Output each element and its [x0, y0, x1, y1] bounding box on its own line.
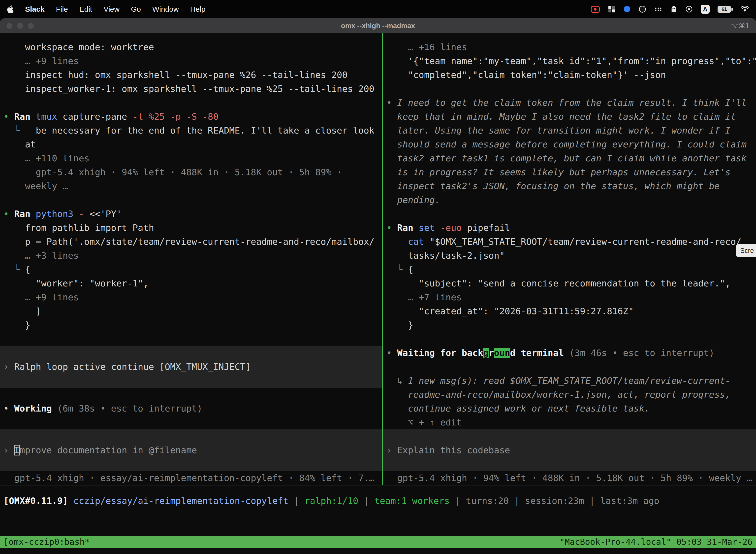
menu-help[interactable]: Help — [190, 5, 206, 13]
terminal-line: • Working (6m 38s • esc to interrupt) — [0, 402, 382, 416]
terminal-line — [0, 429, 382, 443]
terminal-line: … +110 lines — [0, 151, 382, 165]
menu-view[interactable]: View — [104, 5, 119, 13]
terminal-line: • Ran set -euo pipefail — [383, 221, 756, 235]
terminal-line: should send a message before completing … — [383, 137, 756, 151]
window-title-bar: omx --xhigh --madmax ⌥⌘1 — [0, 18, 756, 33]
minimize-button[interactable] — [17, 23, 23, 29]
terminal-line: › Ralph loop active continue [OMX_TMUX_I… — [0, 360, 382, 374]
terminal-line: weekly … — [0, 179, 382, 193]
close-button[interactable] — [6, 23, 12, 29]
window-shortcut-badge: ⌥⌘1 — [731, 22, 750, 30]
terminal-line: ↳ 1 new msg(s): read $OMX_TEAM_STATE_ROO… — [383, 374, 756, 388]
terminal-line: "created_at": "2026-03-31T11:59:27.816Z" — [383, 304, 756, 318]
status-line: [OMX#0.11.9] cczip/essay/ai-reimplementa… — [0, 494, 756, 508]
tooltip-text: Scre — [740, 247, 754, 255]
active-app-name[interactable]: Slack — [25, 5, 44, 13]
composer-input[interactable]: › Explain this codebase — [383, 429, 756, 471]
terminal-line: inspect_hud: omx sparkshell --tmux-pane … — [0, 68, 382, 82]
menu-window[interactable]: Window — [152, 5, 179, 13]
terminal-line: workspace_mode: worktree — [0, 40, 382, 54]
terminal-line — [0, 193, 382, 207]
terminal-line: "completed","claim_token":"claim-token"}… — [383, 68, 756, 82]
composer-input[interactable]: › Ralph loop active continue [OMX_TMUX_I… — [0, 346, 382, 388]
terminal-line — [383, 207, 756, 221]
terminal-pane-left[interactable]: workspace_mode: worktree … +9 lines insp… — [0, 33, 382, 485]
terminal-line: inspect task2's JSON, focusing on the st… — [383, 179, 756, 193]
terminal-line: keep that in mind. Maybe I also need the… — [383, 110, 756, 124]
ghost-app-icon[interactable] — [671, 5, 677, 13]
terminal-line: … +3 lines — [0, 249, 382, 263]
battery-percent: 61 — [721, 6, 727, 12]
apple-menu-icon[interactable] — [7, 5, 14, 13]
terminal-line: continue assigned work or next feasible … — [383, 402, 756, 416]
terminal-line: └ { — [383, 263, 756, 277]
terminal-line — [0, 388, 382, 402]
terminal-line: gpt-5.4 xhigh · 94% left · 488K in · 5.1… — [0, 165, 382, 179]
terminal-line: pending. — [383, 193, 756, 207]
terminal-line — [383, 332, 756, 346]
battery-icon[interactable]: 61 — [717, 6, 733, 13]
terminal-line: ⌥ + ↑ edit — [383, 416, 756, 429]
terminal-line: } — [383, 318, 756, 332]
terminal-line — [0, 416, 382, 429]
wifi-icon[interactable] — [741, 6, 749, 13]
terminal-line — [0, 457, 382, 471]
menu-edit[interactable]: Edit — [79, 5, 92, 13]
terminal-line — [383, 429, 756, 443]
menu-bar: Slack File Edit View Go Window Help — [0, 0, 756, 18]
terminal-line — [0, 374, 382, 388]
traffic-lights — [6, 23, 34, 29]
terminal-window: workspace_mode: worktree … +9 lines insp… — [0, 33, 756, 485]
terminal-line — [383, 360, 756, 374]
menu-go[interactable]: Go — [131, 5, 141, 13]
terminal-line: gpt-5.4 xhigh · essay/ai-reimplementatio… — [0, 471, 382, 485]
terminal-line: › Improve documentation in @filename — [0, 443, 382, 457]
terminal-pane-right[interactable]: … +16 lines '{"team_name":"my-team","tas… — [383, 33, 756, 485]
terminal-line: at — [0, 137, 382, 151]
terminal-line: └ be necessary for the end of the README… — [0, 124, 382, 137]
dots-grid-icon[interactable] — [654, 6, 663, 12]
input-source-icon[interactable]: A — [701, 5, 710, 14]
terminal-line: "subject": "send a concise recommendatio… — [383, 277, 756, 290]
screen: Slack File Edit View Go Window Help — [0, 0, 756, 554]
menu-file[interactable]: File — [56, 5, 68, 13]
terminal-line — [0, 346, 382, 360]
screen-sharing-tooltip: Scre — [736, 244, 756, 257]
terminal-line: from pathlib import Path — [0, 221, 382, 235]
zoom-button[interactable] — [28, 23, 34, 29]
terminal-line: … +9 lines — [0, 290, 382, 304]
tmux-host-time-label: "MacBook-Pro-44.local" 05:03 31-Mar-26 — [560, 536, 753, 548]
screen-recording-icon[interactable] — [590, 6, 600, 13]
omx-status-line: [OMX#0.11.9] cczip/essay/ai-reimplementa… — [0, 485, 756, 512]
terminal-line: • Ran python3 - <<'PY' — [0, 207, 382, 221]
terminal-line: • I need to get the claim token from the… — [383, 96, 756, 110]
terminal-line: gpt-5.4 xhigh · 94% left · 488K in · 5.1… — [383, 471, 756, 485]
terminal-line: • Waiting for background terminal (3m 46… — [383, 346, 756, 360]
terminal-line: p = Path('.omx/state/team/review-current… — [0, 235, 382, 249]
menu-bar-status-icons: A 61 — [590, 5, 749, 14]
terminal-line — [383, 82, 756, 96]
terminal-line: • Ran tmux capture-pane -t %25 -p -S -80 — [0, 110, 382, 124]
terminal-line: … +9 lines — [0, 54, 382, 68]
terminal-line: … +7 lines — [383, 290, 756, 304]
terminal-line: tasks/task-2.json" — [383, 249, 756, 263]
terminal-line: is in progress? It seems likely but perh… — [383, 165, 756, 179]
terminal-line: } — [0, 318, 382, 332]
tmux-status-bar: [omx-cczip0:bash* "MacBook-Pro-44.local"… — [0, 536, 756, 548]
menu-bar-left: Slack File Edit View Go Window Help — [7, 5, 205, 13]
terminal-line: later. Using the same for transition mig… — [383, 124, 756, 137]
circle-badge-icon[interactable] — [685, 5, 693, 13]
terminal-line: readme-and-reco/mailbox/worker-1.json, a… — [383, 388, 756, 402]
terminal-line — [383, 457, 756, 471]
composer-input[interactable]: › Improve documentation in @filename — [0, 429, 382, 471]
terminal-line: inspect_worker-1: omx sparkshell --tmux-… — [0, 82, 382, 96]
terminal-line: "worker": "worker-1", — [0, 277, 382, 290]
terminal-line — [0, 96, 382, 110]
keyboard-grid-icon[interactable] — [608, 5, 615, 13]
terminal-line: └ { — [0, 263, 382, 277]
window-title: omx --xhigh --madmax — [0, 22, 756, 30]
terminal-line: … +16 lines — [383, 40, 756, 54]
blue-app-icon[interactable] — [623, 5, 631, 13]
dark-app-icon[interactable] — [639, 5, 646, 13]
